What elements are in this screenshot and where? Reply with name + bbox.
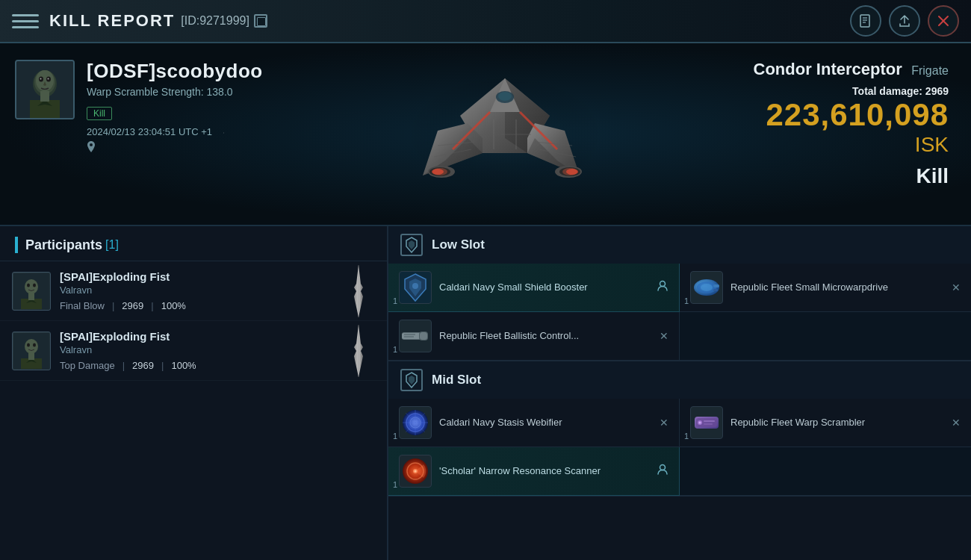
webifier-icon — [399, 406, 432, 439]
equip-name: Republic Fleet Ballistic Control... — [439, 329, 652, 343]
participant-name-2: [SPAI]Exploding Fist — [60, 330, 333, 343]
svg-point-58 — [432, 168, 447, 175]
participants-header: Participants [1] — [0, 226, 387, 261]
participant-avatar-2 — [12, 332, 51, 370]
svg-rect-30 — [40, 91, 49, 102]
ship-class: Frigate — [911, 64, 949, 77]
remove-icon[interactable]: ✕ — [952, 281, 961, 293]
victim-location — [87, 140, 263, 153]
participants-panel: Participants [1] [SPAI]Exploding Fist — [0, 226, 388, 560]
right-stats: Condor Interceptor Frigate Total damage:… — [732, 43, 971, 225]
report-button[interactable] — [850, 5, 881, 37]
remove-icon[interactable]: ✕ — [660, 330, 668, 342]
participant-weapon-2 — [342, 335, 375, 367]
low-slot-header: Low Slot — [388, 226, 971, 264]
remove-icon[interactable]: ✕ — [952, 417, 961, 429]
isk-value: 223,610,098 — [766, 97, 949, 132]
equip-item-empty — [680, 447, 971, 496]
participant-item[interactable]: [SPAI]Exploding Fist Valravn Final Blow … — [0, 261, 387, 321]
participant-item[interactable]: [SPAI]Exploding Fist Valravn Top Damage … — [0, 321, 387, 381]
equip-qty: 1 — [393, 296, 397, 305]
equip-qty: 1 — [684, 296, 689, 305]
svg-point-63 — [33, 283, 36, 287]
ship-image — [378, 56, 632, 213]
svg-point-50 — [498, 92, 512, 101]
svg-point-70 — [25, 339, 38, 354]
svg-point-26 — [40, 78, 42, 80]
svg-point-62 — [27, 283, 30, 287]
participant-percent-1: 100% — [161, 300, 186, 311]
participant-ship-2: Valravn — [60, 344, 333, 355]
svg-point-82 — [701, 284, 713, 291]
equip-item[interactable]: 1 — [680, 399, 971, 447]
header-actions — [850, 5, 959, 37]
mwd-icon — [690, 271, 723, 304]
victim-name: [ODSF]scoobydoo — [87, 60, 263, 83]
scrambler-icon — [690, 406, 723, 439]
svg-rect-83 — [713, 284, 719, 287]
close-button[interactable] — [928, 5, 959, 37]
equip-item[interactable]: 1 Caldari Navy Small Shield Booster — [388, 264, 680, 312]
svg-point-31 — [90, 143, 93, 146]
participants-bar-accent — [15, 237, 18, 253]
kill-type: Kill — [916, 164, 949, 188]
low-slot-grid: 1 Caldari Navy Small Shield Booster — [388, 264, 971, 361]
svg-point-72 — [33, 343, 36, 346]
svg-point-101 — [699, 422, 701, 424]
equip-qty: 1 — [393, 480, 397, 489]
scanner-icon — [399, 455, 432, 488]
ballistic-icon — [399, 320, 432, 352]
equip-item[interactable]: 1 — [388, 399, 680, 447]
equip-name: Republic Fleet Warp Scrambler — [730, 416, 944, 429]
victim-info: [ODSF]scoobydoo Warp Scramble Strength: … — [0, 43, 278, 225]
mid-slot-section: Mid Slot 1 — [388, 361, 971, 497]
equip-name: Republic Fleet Small Microwarpdrive — [730, 281, 944, 294]
participant-percent-2: 100% — [171, 360, 196, 371]
isk-value-line: 223,610,098 ISK — [747, 97, 949, 157]
participant-info-1: [SPAI]Exploding Fist Valravn Final Blow … — [60, 270, 333, 311]
participant-blow-type-1: Final Blow — [60, 300, 105, 311]
equip-item[interactable]: 1 — [388, 447, 680, 496]
export-button[interactable] — [889, 5, 920, 37]
participant-stats-1: Final Blow | 2969 | 100% — [60, 300, 333, 311]
equip-name: Caldari Navy Small Shield Booster — [439, 281, 649, 294]
kill-badge: Kill — [87, 107, 112, 120]
equip-item-empty — [680, 312, 971, 361]
equip-name: 'Scholar' Narrow Resonance Scanner — [439, 464, 649, 478]
equip-item[interactable]: 1 Republic Fleet Ballistic Control... — [388, 312, 680, 361]
svg-rect-88 — [420, 332, 427, 340]
participant-damage-2: 2969 — [132, 360, 154, 371]
participant-damage-1: 2969 — [122, 300, 143, 311]
mid-slot-header: Mid Slot — [388, 361, 971, 399]
equip-person-icon — [657, 464, 668, 479]
menu-icon[interactable] — [12, 7, 39, 34]
svg-point-59 — [562, 168, 577, 175]
bottom-section: Participants [1] [SPAI]Exploding Fist — [0, 226, 971, 560]
equip-qty: 1 — [393, 345, 397, 354]
svg-point-78 — [412, 283, 418, 289]
svg-point-27 — [48, 78, 49, 80]
svg-point-23 — [36, 70, 54, 91]
equip-item[interactable]: 1 — [680, 264, 971, 312]
remove-icon[interactable]: ✕ — [660, 417, 668, 429]
participant-stats-2: Top Damage | 2969 | 100% — [60, 360, 333, 371]
equip-person-icon — [657, 280, 668, 296]
isk-unit: ISK — [915, 133, 949, 156]
top-section: [ODSF]scoobydoo Warp Scramble Strength: … — [0, 43, 971, 226]
report-id: [ID:9271999] — [181, 14, 249, 28]
participant-avatar-1 — [12, 272, 51, 311]
low-slot-icon — [400, 234, 423, 256]
avatar — [15, 60, 75, 119]
svg-rect-102 — [704, 420, 715, 422]
ship-type-line: Condor Interceptor Frigate — [754, 60, 949, 79]
shield-booster-icon — [399, 271, 432, 304]
ship-name: Condor Interceptor — [754, 60, 902, 78]
equip-qty: 1 — [684, 432, 689, 441]
participants-title: Participants — [25, 237, 102, 253]
participant-info-2: [SPAI]Exploding Fist Valravn Top Damage … — [60, 330, 333, 371]
equip-name: Caldari Navy Stasis Webifier — [439, 416, 652, 429]
svg-rect-103 — [704, 423, 713, 425]
svg-point-71 — [27, 343, 30, 346]
copy-icon[interactable] — [254, 14, 267, 28]
svg-point-108 — [660, 464, 666, 470]
